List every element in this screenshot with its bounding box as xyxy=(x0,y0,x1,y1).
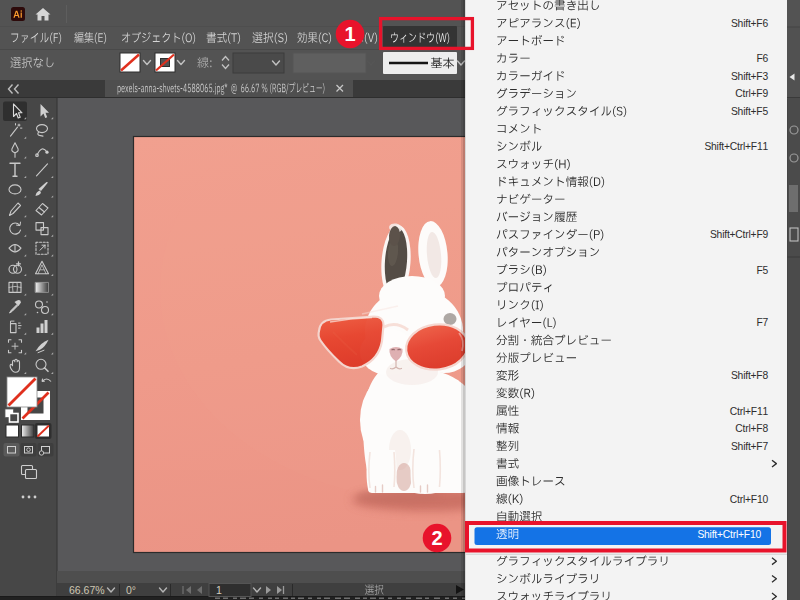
svg-text:Shift+Ctrl+F11: Shift+Ctrl+F11 xyxy=(704,141,768,152)
svg-text:0°: 0° xyxy=(126,584,136,596)
svg-text:Ctrl+F8: Ctrl+F8 xyxy=(735,423,768,434)
svg-text:1: 1 xyxy=(344,23,355,45)
svg-text:F6: F6 xyxy=(756,53,768,64)
svg-text:Ctrl+F10: Ctrl+F10 xyxy=(730,494,769,505)
svg-text:1: 1 xyxy=(216,584,222,596)
svg-text:Ctrl+F11: Ctrl+F11 xyxy=(730,406,769,417)
svg-text:Shift+F6: Shift+F6 xyxy=(731,18,769,29)
svg-text:2: 2 xyxy=(431,527,442,549)
svg-text:F5: F5 xyxy=(756,265,768,276)
svg-text:Shift+F8: Shift+F8 xyxy=(731,370,769,381)
svg-text:F7: F7 xyxy=(756,317,768,328)
svg-text:Shift+F3: Shift+F3 xyxy=(731,71,769,82)
svg-text:Shift+F5: Shift+F5 xyxy=(731,106,769,117)
svg-text:Ctrl+F9: Ctrl+F9 xyxy=(735,88,768,99)
svg-text:Shift+F7: Shift+F7 xyxy=(731,441,769,452)
svg-text:Shift+Ctrl+F9: Shift+Ctrl+F9 xyxy=(710,229,769,240)
svg-text:Shift+Ctrl+F10: Shift+Ctrl+F10 xyxy=(697,529,761,540)
svg-text:66.67%: 66.67% xyxy=(69,584,105,596)
